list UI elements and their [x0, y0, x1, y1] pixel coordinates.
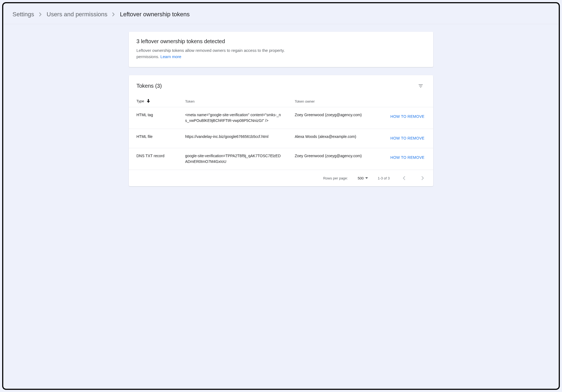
column-header-type[interactable]: Type — [129, 96, 177, 107]
column-header-token[interactable]: Token — [177, 96, 287, 107]
cell-owner: Zoey Greenwood (zoeyg@agency.com) — [287, 148, 378, 170]
cell-owner: Zoey Greenwood (zoeyg@agency.com) — [287, 107, 378, 129]
chevron-right-icon — [112, 12, 115, 17]
table-row: HTML tag <meta name="google-site-verific… — [129, 107, 433, 129]
learn-more-link[interactable]: Learn more — [160, 54, 181, 59]
rows-per-page-label: Rows per page: — [323, 176, 348, 180]
banner-body-line2: permissions. — [136, 54, 160, 59]
how-to-remove-button[interactable]: HOW TO REMOVE — [389, 134, 426, 143]
filter-icon[interactable] — [416, 81, 426, 91]
cell-owner: Alexa Woods (alexa@example.com) — [287, 129, 378, 148]
breadcrumb-settings[interactable]: Settings — [13, 11, 34, 18]
column-header-type-label: Type — [136, 99, 144, 103]
tokens-title: Tokens (3) — [136, 83, 162, 89]
pagination: Rows per page: 500 1-3 of 3 — [129, 170, 433, 186]
how-to-remove-button[interactable]: HOW TO REMOVE — [389, 112, 426, 121]
cell-type: DNS TXT record — [129, 148, 177, 170]
cell-token: google-site-verification=TPPA2TBf9j_qAK7… — [177, 148, 287, 170]
tokens-card: Tokens (3) Type — [129, 75, 433, 186]
breadcrumb-current: Leftover ownership tokens — [120, 11, 190, 18]
banner-card: 3 leftover ownership tokens detected Lef… — [129, 32, 433, 67]
previous-page-button[interactable] — [399, 173, 409, 183]
pagination-range: 1-3 of 3 — [378, 176, 390, 180]
how-to-remove-button[interactable]: HOW TO REMOVE — [389, 153, 426, 162]
cell-type: HTML tag — [129, 107, 177, 129]
rows-per-page-select[interactable]: 500 — [357, 175, 369, 181]
column-header-owner[interactable]: Token owner — [287, 96, 378, 107]
breadcrumb: Settings Users and permissions Leftover … — [3, 3, 559, 24]
banner-title: 3 leftover ownership tokens detected — [136, 38, 426, 45]
rows-per-page-value: 500 — [358, 176, 364, 180]
table-row: DNS TXT record google-site-verification=… — [129, 148, 433, 170]
banner-body-line1: Leftover ownership tokens allow removed … — [136, 48, 285, 53]
table-row: HTML file https://vandelay-inc.biz/googl… — [129, 129, 433, 148]
breadcrumb-users-permissions[interactable]: Users and permissions — [47, 11, 108, 18]
chevron-right-icon — [39, 12, 42, 17]
banner-body: Leftover ownership tokens allow removed … — [136, 47, 426, 60]
dropdown-icon — [365, 177, 368, 179]
tokens-table: Type Token Token owner HTML tag <meta n — [129, 96, 433, 170]
cell-token: https://vandelay-inc.biz/google6766561b5… — [177, 129, 287, 148]
cell-token: <meta name="google-site-verification" co… — [177, 107, 287, 129]
cell-type: HTML file — [129, 129, 177, 148]
next-page-button[interactable] — [418, 173, 428, 183]
sort-descending-icon — [147, 100, 150, 104]
